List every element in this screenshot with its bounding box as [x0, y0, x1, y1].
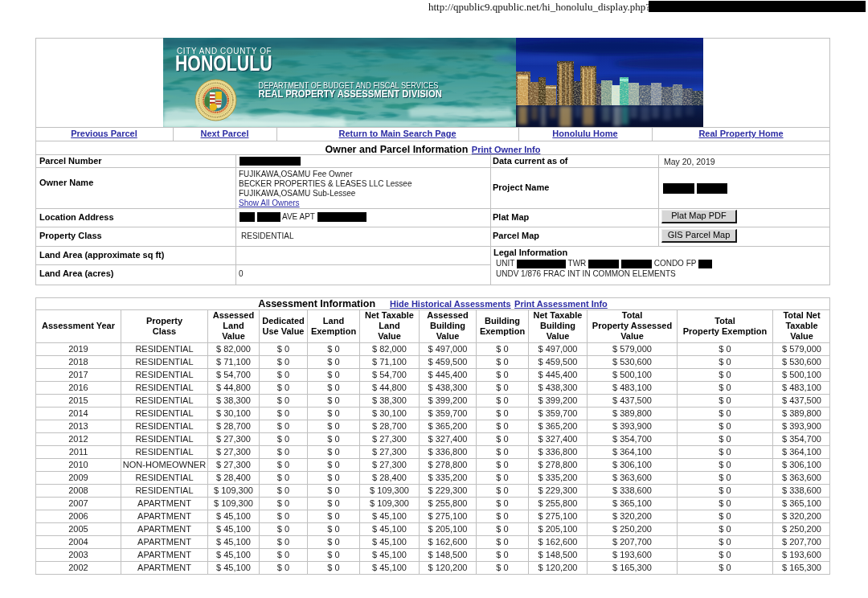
svg-text:HONOLULU: HONOLULU [175, 50, 272, 76]
svg-text:REAL PROPERTY ASSESSMENT DIVIS: REAL PROPERTY ASSESSMENT DIVISION [259, 88, 442, 100]
